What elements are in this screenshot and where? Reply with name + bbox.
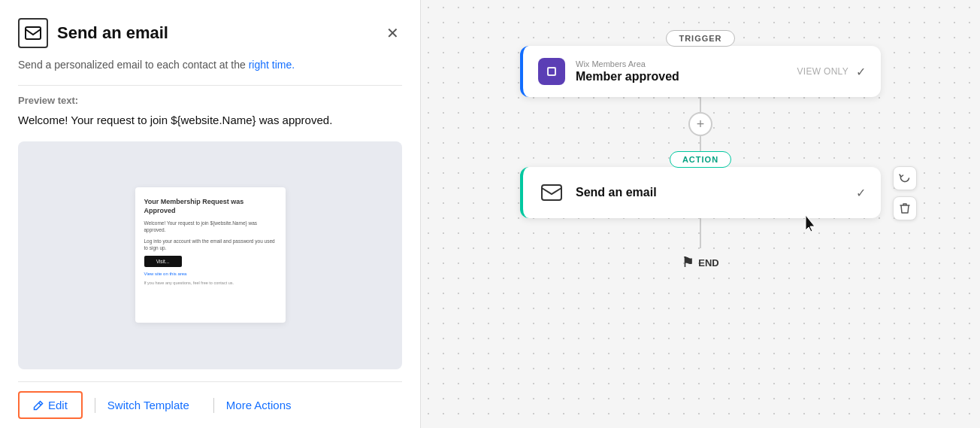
trigger-title: Member approved (576, 70, 787, 83)
action-card-wrapper: Send an email ✓ (520, 168, 881, 218)
end-section: ⚑ END (682, 248, 718, 271)
close-button[interactable]: ✕ (383, 23, 402, 44)
panel-header-left: Send an email (18, 18, 168, 48)
action-card-right: ✓ (856, 186, 866, 200)
email-card-cta: Visit... (144, 256, 182, 267)
email-card-body2: Log into your account with the email and… (144, 238, 277, 251)
action-check-icon: ✓ (856, 186, 866, 200)
action-card-info: Send an email (576, 186, 845, 199)
action-divider (95, 398, 95, 413)
svg-line-1 (39, 402, 41, 405)
panel-header: Send an email ✕ (18, 18, 402, 48)
trigger-card-info: Wix Members Area Member approved (576, 59, 787, 83)
panel-actions: Edit Switch Template More Actions (18, 381, 402, 428)
email-card-body1: Welcome! Your request to join ${website.… (144, 220, 277, 233)
email-card-title: Your Membership Request was Approved (144, 198, 277, 215)
trash-icon (900, 202, 910, 214)
view-only-label: VIEW ONLY (797, 66, 849, 77)
svg-rect-0 (26, 27, 41, 39)
svg-rect-5 (542, 185, 561, 200)
refresh-icon (899, 172, 911, 184)
action-divider-2 (213, 398, 214, 413)
delete-button[interactable] (893, 196, 917, 220)
email-icon (18, 18, 48, 48)
connector-between-bottom (700, 136, 701, 151)
panel-title: Send an email (57, 23, 168, 43)
end-flag-icon: ⚑ (682, 254, 694, 271)
more-actions-button[interactable]: More Actions (226, 399, 292, 411)
edit-button[interactable]: Edit (18, 391, 83, 419)
left-panel: Send an email ✕ Send a personalized emai… (0, 0, 421, 428)
panel-subtitle: Send a personalized email to each contac… (18, 57, 402, 73)
refresh-button[interactable] (893, 166, 917, 190)
preview-text: Welcome! Your request to join ${website.… (18, 112, 402, 129)
trigger-source: Wix Members Area (576, 59, 787, 68)
edit-pen-icon (33, 400, 44, 411)
trigger-card-right: VIEW ONLY ✓ (797, 65, 867, 79)
side-actions (893, 166, 917, 220)
add-step-button[interactable]: + (688, 112, 712, 136)
end-label: END (698, 257, 718, 269)
email-preview-box: Your Membership Request was Approved Wel… (18, 141, 402, 370)
connector-bottom (700, 218, 701, 248)
end-badge: ⚑ END (682, 254, 718, 271)
workflow-canvas: TRIGGER Wix Members Area Member approved… (421, 0, 980, 428)
preview-label: Preview text: (18, 95, 402, 106)
svg-rect-4 (549, 68, 555, 74)
subtitle-link[interactable]: right time. (249, 59, 295, 71)
wix-members-icon (538, 58, 565, 85)
switch-template-button[interactable]: Switch Template (107, 399, 189, 411)
trigger-badge: TRIGGER (666, 30, 734, 47)
trigger-check-icon: ✓ (856, 65, 866, 79)
action-email-icon (538, 179, 565, 206)
divider (18, 85, 402, 86)
connector-with-plus: + (688, 97, 712, 151)
action-badge: ACTION (670, 151, 731, 168)
connector-between-top (700, 97, 701, 112)
workflow-container: TRIGGER Wix Members Area Member approved… (505, 30, 896, 271)
email-card: Your Membership Request was Approved Wel… (135, 187, 286, 323)
action-card[interactable]: Send an email ✓ (520, 167, 881, 218)
action-title: Send an email (576, 186, 845, 199)
trigger-card: Wix Members Area Member approved VIEW ON… (520, 46, 881, 97)
email-card-link: View site on this area (144, 272, 277, 276)
email-card-footer: If you have any questions, feel free to … (144, 281, 277, 285)
